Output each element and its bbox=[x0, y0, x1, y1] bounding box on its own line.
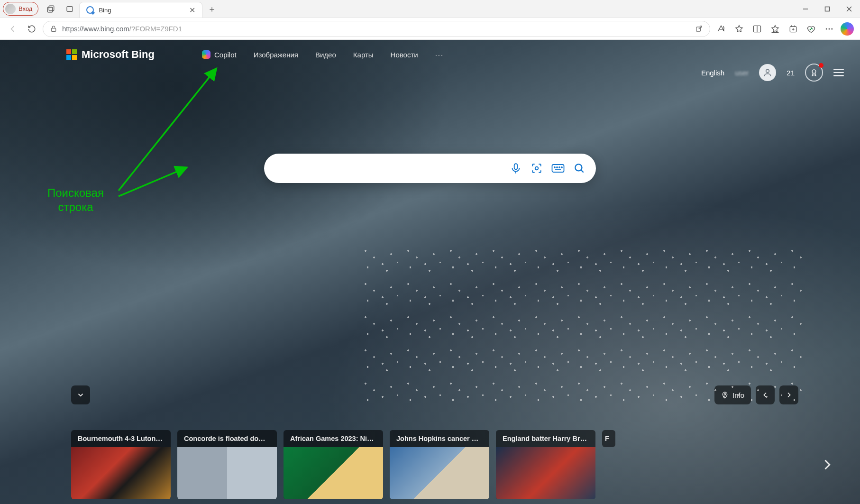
lock-icon bbox=[50, 25, 57, 33]
nav-copilot[interactable]: Copilot bbox=[202, 50, 237, 59]
chevron-left-icon bbox=[761, 391, 769, 399]
nav-refresh-button[interactable] bbox=[24, 21, 40, 37]
svg-point-29 bbox=[561, 167, 562, 168]
bing-logo[interactable]: Microsoft Bing bbox=[66, 48, 155, 61]
nav-back-button[interactable] bbox=[5, 21, 21, 37]
chevron-right-icon bbox=[820, 458, 833, 471]
settings-more-icon[interactable] bbox=[821, 21, 837, 37]
window-maximize-button[interactable] bbox=[816, 0, 838, 18]
news-card-thumb bbox=[177, 447, 277, 499]
chevron-down-icon bbox=[76, 391, 85, 399]
favorites-list-icon[interactable] bbox=[767, 21, 783, 37]
news-card-title: Bournemouth 4-3 Luton: S… bbox=[71, 430, 171, 447]
notification-dot-icon bbox=[819, 63, 823, 68]
searchbox-container bbox=[264, 154, 596, 183]
copilot-sidebar-button[interactable] bbox=[839, 21, 855, 37]
account-name[interactable]: user bbox=[735, 69, 749, 77]
nav-more[interactable]: ··· bbox=[435, 50, 444, 59]
svg-point-24 bbox=[535, 167, 539, 170]
split-screen-icon[interactable] bbox=[749, 21, 765, 37]
bing-header: Microsoft Bing Copilot Изображения Видео… bbox=[0, 40, 860, 61]
workspaces-icon[interactable] bbox=[41, 0, 60, 18]
location-pin-icon bbox=[721, 391, 729, 399]
browser-titlebar: Вход Bing ✕ ＋ bbox=[0, 0, 860, 18]
news-card-thumb bbox=[496, 447, 595, 499]
svg-point-35 bbox=[724, 394, 725, 395]
microsoft-logo-icon bbox=[66, 49, 77, 60]
favorite-star-icon[interactable] bbox=[731, 21, 747, 37]
new-tab-button[interactable]: ＋ bbox=[202, 0, 221, 18]
tab-actions-icon[interactable] bbox=[60, 0, 79, 18]
svg-line-33 bbox=[119, 69, 216, 191]
voice-search-icon[interactable] bbox=[510, 162, 522, 174]
news-card[interactable]: Concorde is floated down … bbox=[177, 430, 277, 499]
prev-wallpaper-button[interactable] bbox=[756, 385, 775, 404]
svg-point-28 bbox=[559, 167, 560, 168]
bing-account-area: English user 21 bbox=[701, 64, 844, 82]
collections-icon[interactable] bbox=[785, 21, 801, 37]
news-card-title: F bbox=[602, 430, 615, 447]
nav-maps[interactable]: Карты bbox=[353, 50, 374, 59]
wallpaper-info-button[interactable]: Info bbox=[714, 385, 751, 404]
news-card-thumb bbox=[71, 447, 171, 499]
window-close-button[interactable] bbox=[838, 0, 860, 18]
copilot-icon bbox=[841, 22, 854, 36]
news-card-thumb bbox=[390, 447, 489, 499]
chevron-right-icon bbox=[785, 391, 793, 399]
search-submit-icon[interactable] bbox=[573, 162, 586, 174]
news-card[interactable]: Johns Hopkins cancer docs… bbox=[390, 430, 489, 499]
news-card[interactable]: England batter Harry Brook… bbox=[496, 430, 595, 499]
svg-line-32 bbox=[581, 170, 583, 172]
person-icon bbox=[763, 68, 772, 77]
svg-line-34 bbox=[119, 168, 186, 196]
svg-point-31 bbox=[575, 164, 582, 171]
news-card[interactable]: F bbox=[602, 430, 615, 447]
news-carousel: Bournemouth 4-3 Luton: S… Concorde is fl… bbox=[71, 430, 836, 499]
keyboard-input-icon[interactable] bbox=[551, 163, 565, 174]
rewards-badge-button[interactable] bbox=[805, 64, 823, 82]
nav-images[interactable]: Изображения bbox=[254, 50, 298, 59]
profile-button[interactable]: Вход bbox=[3, 2, 38, 16]
svg-rect-25 bbox=[552, 165, 564, 172]
bing-logo-text: Microsoft Bing bbox=[82, 48, 155, 61]
search-input[interactable] bbox=[277, 164, 501, 174]
wallpaper-info-group: Info bbox=[714, 385, 798, 404]
svg-point-21 bbox=[812, 70, 816, 73]
svg-rect-7 bbox=[51, 28, 55, 31]
news-card[interactable]: Bournemouth 4-3 Luton: S… bbox=[71, 430, 171, 499]
window-controls bbox=[795, 0, 860, 18]
info-label: Info bbox=[732, 391, 744, 399]
window-minimize-button[interactable] bbox=[795, 0, 816, 18]
svg-rect-0 bbox=[49, 6, 55, 11]
visual-search-icon[interactable] bbox=[531, 162, 543, 174]
next-wallpaper-button[interactable] bbox=[779, 385, 798, 404]
svg-rect-22 bbox=[514, 164, 518, 169]
nav-news[interactable]: Новости bbox=[391, 50, 418, 59]
svg-point-20 bbox=[766, 69, 769, 73]
browser-tab[interactable]: Bing ✕ bbox=[79, 2, 202, 18]
language-switch[interactable]: English bbox=[701, 69, 724, 77]
bing-landing-page: Microsoft Bing Copilot Изображения Видео… bbox=[0, 40, 860, 504]
svg-rect-2 bbox=[67, 6, 73, 11]
read-aloud-icon[interactable] bbox=[713, 21, 729, 37]
news-card-title: Concorde is floated down … bbox=[177, 430, 277, 447]
hamburger-menu-button[interactable] bbox=[833, 67, 844, 78]
tab-close-icon[interactable]: ✕ bbox=[189, 6, 195, 15]
tab-title: Bing bbox=[99, 7, 111, 14]
news-card[interactable]: African Games 2023: Nigeri… bbox=[284, 430, 383, 499]
rewards-points[interactable]: 21 bbox=[787, 69, 795, 77]
open-external-icon[interactable] bbox=[695, 25, 703, 33]
account-avatar-button[interactable] bbox=[759, 64, 776, 81]
address-bar[interactable]: https://www.bing.com/?FORM=Z9FD1 bbox=[43, 21, 710, 37]
news-card-title: African Games 2023: Nigeri… bbox=[284, 430, 383, 447]
news-card-thumb bbox=[284, 447, 383, 499]
svg-rect-1 bbox=[48, 7, 53, 12]
svg-point-18 bbox=[829, 28, 830, 29]
performance-icon[interactable] bbox=[803, 21, 819, 37]
nav-video[interactable]: Видео bbox=[315, 50, 336, 59]
search-box[interactable] bbox=[264, 154, 596, 183]
expand-carousel-button[interactable] bbox=[71, 385, 90, 404]
profile-avatar-icon bbox=[5, 4, 16, 14]
copilot-mini-icon bbox=[202, 50, 210, 59]
carousel-next-button[interactable] bbox=[817, 458, 836, 471]
